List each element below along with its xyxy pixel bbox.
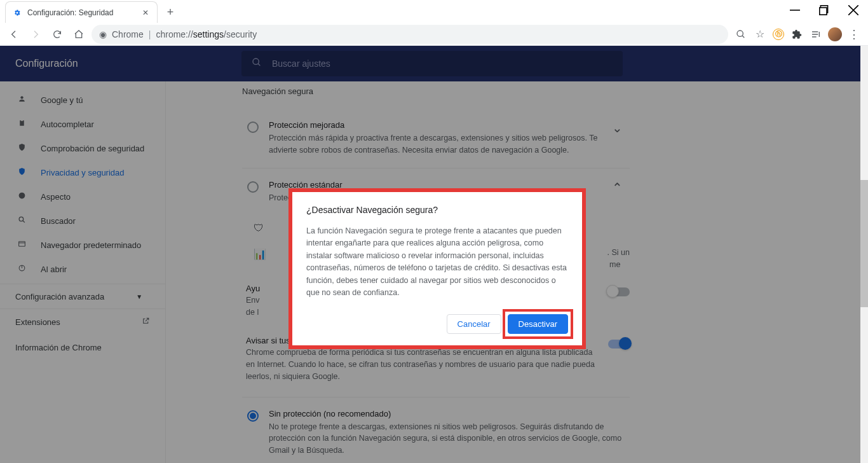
- dialog-body: La función Navegación segura te protege …: [306, 225, 568, 299]
- gear-icon: [12, 8, 22, 18]
- reload-button[interactable]: [48, 25, 66, 43]
- reading-list-icon[interactable]: [807, 25, 825, 43]
- cancel-button[interactable]: Cancelar: [447, 314, 501, 334]
- address-bar[interactable]: ◉ Chrome | chrome://settings/security: [92, 25, 728, 44]
- scrollbar-thumb[interactable]: [860, 180, 868, 307]
- deactivate-button[interactable]: Desactivar: [508, 314, 568, 334]
- dialog-disable-safebrowsing: ¿Desactivar Navegación segura? La funció…: [288, 188, 586, 349]
- close-window-button[interactable]: [839, 0, 868, 20]
- omnibox-chrome-label: Chrome: [112, 29, 144, 39]
- menu-button[interactable]: ⋮: [845, 25, 863, 43]
- svg-rect-1: [820, 8, 827, 15]
- new-tab-button[interactable]: +: [161, 3, 179, 21]
- minimize-button[interactable]: [780, 0, 810, 20]
- zoom-icon[interactable]: [732, 25, 750, 43]
- profile-avatar[interactable]: [826, 25, 844, 43]
- extension-icon-1[interactable]: ⓗ: [773, 29, 784, 40]
- back-button[interactable]: [5, 25, 23, 43]
- close-tab-icon[interactable]: ✕: [140, 8, 151, 17]
- tab-title: Configuración: Seguridad: [27, 8, 135, 17]
- bookmark-icon[interactable]: ☆: [751, 25, 769, 43]
- home-button[interactable]: [70, 25, 88, 43]
- browser-tab[interactable]: Configuración: Seguridad ✕: [5, 1, 158, 23]
- window-titlebar: Configuración: Seguridad ✕ +: [0, 0, 868, 23]
- browser-toolbar: ◉ Chrome | chrome://settings/security ☆ …: [0, 23, 868, 46]
- maximize-button[interactable]: [810, 0, 839, 20]
- forward-button[interactable]: [27, 25, 44, 43]
- extensions-icon[interactable]: [788, 25, 806, 43]
- dialog-title: ¿Desactivar Navegación segura?: [306, 205, 568, 215]
- site-info-icon[interactable]: ◉: [99, 29, 107, 39]
- svg-point-2: [737, 31, 743, 36]
